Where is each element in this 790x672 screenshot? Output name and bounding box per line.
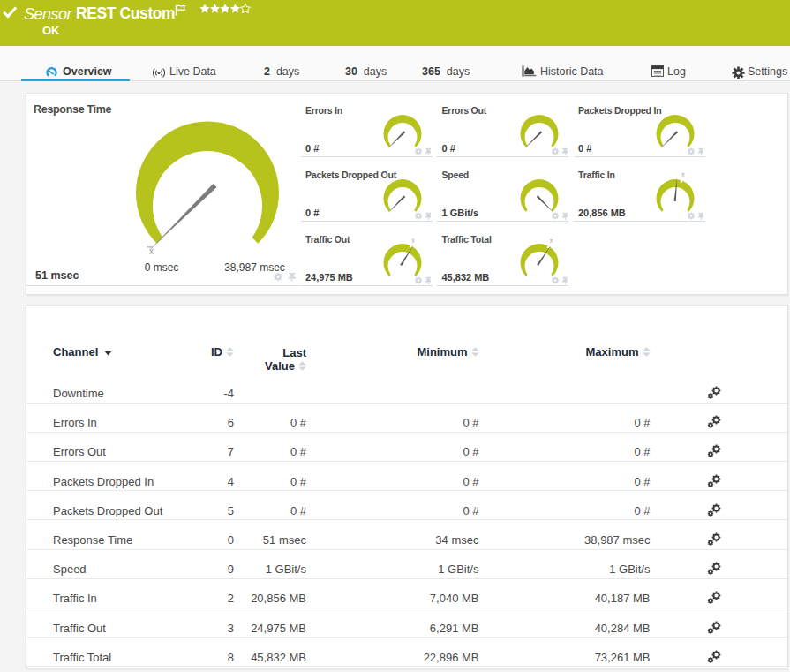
svg-text:x̄: x̄ (681, 171, 685, 177)
svg-text:x̄: x̄ (411, 238, 415, 244)
svg-text:x: x (149, 246, 154, 256)
svg-text:x̄: x̄ (549, 238, 553, 244)
